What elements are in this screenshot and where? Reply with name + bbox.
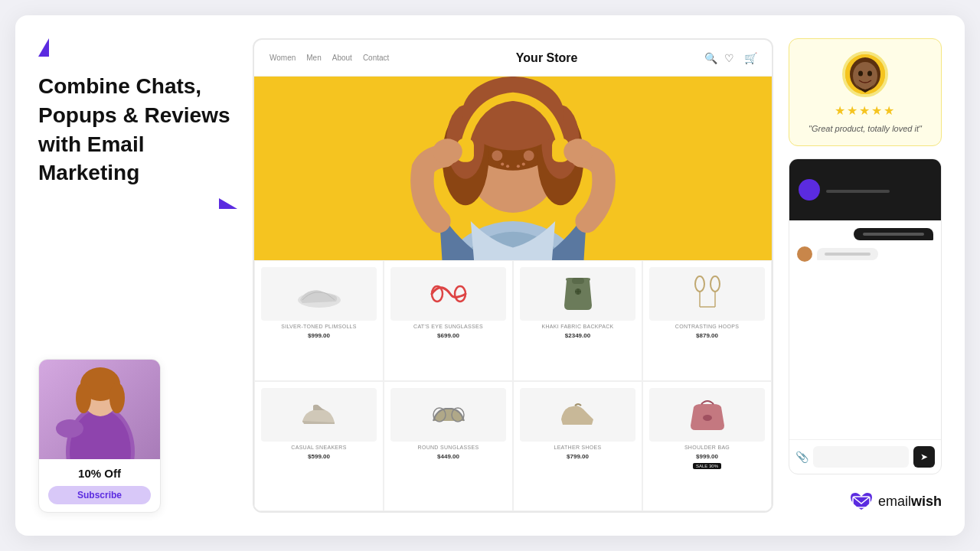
svg-point-24 (522, 162, 525, 165)
store-nav: Women Men About Contact Your Store 🔍 ♡ 🛒 (254, 40, 772, 77)
nav-links: Women Men About Contact (270, 54, 389, 62)
product-image (390, 388, 506, 442)
video-preview (789, 159, 941, 220)
logo-text: emailwish (878, 494, 942, 510)
svg-point-28 (564, 139, 593, 164)
video-lines (826, 187, 932, 193)
cart-icon[interactable]: 🛒 (744, 52, 756, 64)
chat-card: 📎 ➤ (789, 158, 942, 474)
product-price: $699.00 (437, 332, 459, 339)
svg-point-46 (853, 62, 877, 90)
logo-svg (848, 490, 875, 513)
chat-input-row: 📎 ➤ (789, 439, 941, 474)
product-item[interactable]: Khaki Fabric Backpack $2349.00 (513, 260, 642, 381)
product-item[interactable]: Cat's Eye Sunglasses $699.00 (384, 260, 513, 381)
chat-message-received (797, 246, 878, 262)
chat-bubble (817, 248, 878, 260)
svg-point-38 (710, 276, 720, 292)
review-card: ★★★★★ "Great product, totally loved it" (789, 38, 942, 146)
wishlist-icon[interactable]: ♡ (724, 52, 737, 64)
center-panel: Women Men About Contact Your Store 🔍 ♡ 🛒 (253, 38, 773, 513)
svg-point-5 (76, 383, 91, 413)
send-icon: ➤ (920, 452, 928, 462)
svg-rect-32 (572, 278, 584, 284)
triangle-top-icon (38, 38, 49, 57)
reviewer-avatar (842, 51, 888, 97)
right-panel: ★★★★★ "Great product, totally loved it" (789, 38, 942, 513)
logo-email: email (878, 494, 911, 509)
popup-image-bg (39, 360, 161, 459)
product-name: Khaki Fabric Backpack (541, 324, 613, 329)
product-price: $999.00 (308, 332, 330, 339)
product-image (520, 388, 635, 442)
svg-point-27 (433, 139, 462, 164)
svg-point-6 (109, 383, 125, 413)
product-item[interactable]: Casual Sneakers $599.00 (254, 381, 384, 511)
product-price: $2349.00 (565, 332, 590, 339)
product-image (390, 267, 506, 321)
send-button[interactable]: ➤ (913, 446, 935, 468)
product-name: Silver-Toned Plimsolls (281, 324, 357, 329)
discount-text: 10% Off (48, 467, 151, 480)
product-price: $599.00 (308, 453, 330, 460)
product-item[interactable]: Round Sunglasses $449.00 (384, 381, 513, 511)
product-price: $449.00 (437, 453, 459, 460)
svg-point-36 (695, 276, 704, 292)
chat-sender-avatar (797, 246, 812, 262)
chat-input[interactable] (813, 446, 909, 468)
nav-women[interactable]: Women (270, 54, 296, 62)
product-image (520, 267, 635, 321)
svg-point-21 (501, 162, 504, 165)
products-grid: Silver-Toned Plimsolls $999.00 Cat's Eye… (254, 260, 772, 511)
svg-point-19 (492, 151, 502, 161)
left-panel: Combine Chats, Popups & Reviews with Ema… (38, 38, 237, 513)
product-name: Round Sunglasses (418, 445, 479, 450)
product-item[interactable]: Silver-Toned Plimsolls $999.00 (254, 260, 384, 381)
product-name: Leather Shoes (554, 445, 601, 450)
headline: Combine Chats, Popups & Reviews with Ema… (38, 72, 237, 187)
svg-point-20 (524, 151, 534, 161)
nav-about[interactable]: About (332, 54, 352, 62)
popup-woman-figure (54, 360, 146, 459)
nav-icons: 🔍 ♡ 🛒 (704, 52, 756, 64)
product-name: Shoulder Bag (684, 445, 730, 450)
video-line-2 (826, 190, 890, 193)
logo-wish: wish (911, 494, 942, 509)
emailwish-logo: emailwish (789, 490, 942, 513)
video-avatar (799, 179, 820, 201)
nav-men[interactable]: Men (306, 54, 321, 62)
logo-icon (848, 490, 875, 513)
product-item[interactable]: Shoulder Bag $999.00 SALE 30% (642, 381, 772, 511)
main-container: Combine Chats, Popups & Reviews with Ema… (15, 15, 965, 536)
svg-point-48 (867, 71, 872, 77)
review-text: "Great product, totally loved it" (808, 124, 922, 133)
popup-card: 10% Off Subscribe (38, 359, 161, 513)
product-name: Cat's Eye Sunglasses (413, 324, 483, 329)
product-item[interactable]: Leather Shoes $799.00 (513, 381, 642, 511)
svg-point-47 (858, 71, 863, 77)
review-stars: ★★★★★ (835, 103, 896, 118)
reviewer-image (845, 53, 885, 96)
product-price: $879.00 (696, 332, 718, 339)
chat-message-sent (854, 228, 933, 240)
hero-image (254, 77, 772, 260)
sale-badge: SALE 30% (693, 463, 721, 469)
svg-point-23 (517, 165, 520, 168)
subscribe-button[interactable]: Subscribe (48, 486, 151, 504)
search-icon[interactable]: 🔍 (704, 52, 717, 64)
nav-contact[interactable]: Contact (363, 54, 389, 62)
product-item[interactable]: Contrasting Hoops $879.00 (642, 260, 772, 381)
popup-card-info: 10% Off Subscribe (39, 459, 160, 512)
svg-point-22 (506, 165, 509, 168)
product-price: $999.00 (696, 453, 718, 460)
store-title: Your Store (401, 51, 692, 65)
product-name: Casual Sneakers (291, 445, 346, 450)
product-image (649, 267, 765, 321)
triangle-right-icon (219, 198, 237, 209)
svg-point-43 (703, 415, 712, 421)
attachment-icon[interactable]: 📎 (795, 451, 808, 463)
store-hero (254, 77, 772, 260)
popup-card-image (39, 360, 161, 459)
product-image (649, 388, 765, 442)
product-name: Contrasting Hoops (675, 324, 739, 329)
